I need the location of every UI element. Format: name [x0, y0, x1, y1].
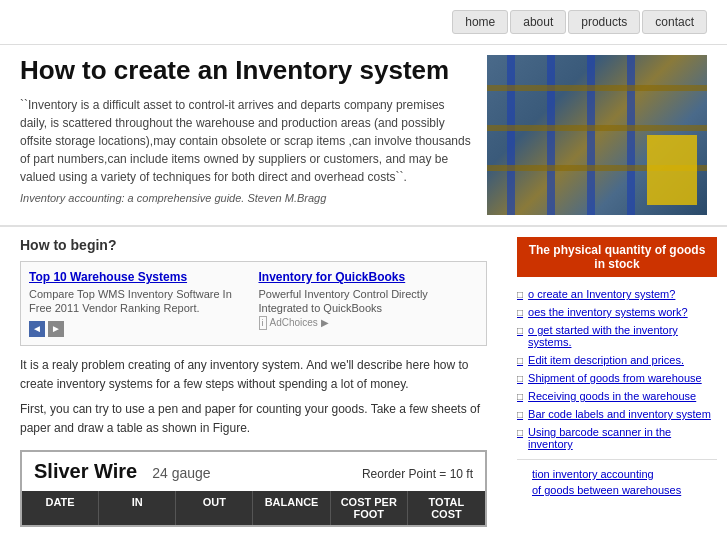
inventory-table: Sliver Wire 24 gauge Reorder Point = 10 …	[20, 450, 487, 527]
col-cost-per-foot: COST PER FOOT	[331, 491, 408, 525]
table-columns: DATE IN OUT BALANCE COST PER FOOT TOTAL …	[22, 491, 485, 525]
nav-about[interactable]: about	[510, 10, 566, 34]
sidebar-link-2[interactable]: o get started with the inventory systems…	[517, 321, 717, 351]
hero-section: How to create an Inventory system ``Inve…	[0, 45, 727, 227]
ad-area: Top 10 Warehouse Systems Compare Top WMS…	[20, 261, 487, 346]
ad-choices-arrow: ▶	[321, 317, 329, 328]
col-date: DATE	[22, 491, 99, 525]
left-column: How to begin? Top 10 Warehouse Systems C…	[0, 237, 507, 527]
nav-home[interactable]: home	[452, 10, 508, 34]
sidebar-link-text-1: oes the inventory systems work?	[528, 306, 688, 318]
sidebar-link-7[interactable]: Using barcode scanner in the inventory	[517, 423, 717, 453]
ad-block-2: Inventory for QuickBooks Powerful Invent…	[259, 270, 479, 337]
ad-block-1: Top 10 Warehouse Systems Compare Top WMS…	[29, 270, 249, 337]
sidebar-link-text-0: o create an Inventory system?	[528, 288, 675, 300]
sidebar-link-text-3: Edit item description and prices.	[528, 354, 684, 366]
sidebar-link-5[interactable]: Receiving goods in the warehouse	[517, 387, 717, 405]
ad-navigation: ◄ ►	[29, 321, 249, 337]
content-para-2: First, you can try to use a pen and pape…	[20, 400, 487, 438]
ad-desc-2: Powerful Inventory Control Directly Inte…	[259, 287, 479, 316]
main-content: How to begin? Top 10 Warehouse Systems C…	[0, 227, 727, 537]
navigation: home about products contact	[0, 0, 727, 45]
sidebar-link-text-2: o get started with the inventory systems…	[528, 324, 717, 348]
col-out: OUT	[176, 491, 253, 525]
content-text: It is a realy problem creating of any in…	[20, 356, 487, 439]
hero-title: How to create an Inventory system	[20, 55, 472, 86]
sidebar-divider-link-0[interactable]: tion inventory accounting	[517, 466, 717, 482]
ad-next-btn[interactable]: ►	[48, 321, 64, 337]
table-header: Sliver Wire 24 gauge Reorder Point = 10 …	[22, 452, 485, 491]
right-sidebar: The physical quantity of goods in stock …	[507, 237, 727, 527]
reorder-info: Reorder Point = 10 ft	[362, 467, 473, 481]
ad-choices-label: AdChoices	[270, 317, 318, 328]
sidebar-link-text-5: Receiving goods in the warehouse	[528, 390, 696, 402]
sidebar-link-6[interactable]: Bar code labels and inventory system	[517, 405, 717, 423]
hero-image	[487, 55, 707, 215]
col-in: IN	[99, 491, 176, 525]
sidebar-highlight: The physical quantity of goods in stock	[517, 237, 717, 277]
hero-text-block: How to create an Inventory system ``Inve…	[20, 55, 472, 215]
ad-title-2[interactable]: Inventory for QuickBooks	[259, 270, 479, 284]
hero-body: ``Inventory is a difficult asset to cont…	[20, 96, 472, 186]
ad-desc-1: Compare Top WMS Inventory Software In Fr…	[29, 287, 249, 316]
content-para-1: It is a realy problem creating of any in…	[20, 356, 487, 394]
nav-contact[interactable]: contact	[642, 10, 707, 34]
ad-choices: i AdChoices ▶	[259, 316, 479, 330]
nav-products[interactable]: products	[568, 10, 640, 34]
col-total-cost: TOTAL COST	[408, 491, 485, 525]
ad-choices-icon: i	[259, 316, 267, 330]
table-title: Sliver Wire	[34, 460, 137, 483]
sidebar-divider-link-1[interactable]: of goods between warehouses	[517, 482, 717, 498]
sidebar-link-0[interactable]: o create an Inventory system?	[517, 285, 717, 303]
hero-citation: Inventory accounting: a comprehensive gu…	[20, 192, 472, 204]
ad-prev-btn[interactable]: ◄	[29, 321, 45, 337]
sidebar-link-1[interactable]: oes the inventory systems work?	[517, 303, 717, 321]
ad-title-1[interactable]: Top 10 Warehouse Systems	[29, 270, 249, 284]
sidebar-link-text-4: Shipment of goods from warehouse	[528, 372, 702, 384]
sidebar-link-4[interactable]: Shipment of goods from warehouse	[517, 369, 717, 387]
col-balance: BALANCE	[253, 491, 330, 525]
sidebar-links-list: o create an Inventory system? oes the in…	[517, 285, 717, 453]
how-begin-heading: How to begin?	[20, 237, 487, 253]
table-gauge: 24 gauge	[152, 465, 210, 481]
sidebar-divider	[517, 459, 717, 460]
sidebar-link-text-7: Using barcode scanner in the inventory	[528, 426, 717, 450]
sidebar-link-text-6: Bar code labels and inventory system	[528, 408, 711, 420]
sidebar-link-3[interactable]: Edit item description and prices.	[517, 351, 717, 369]
